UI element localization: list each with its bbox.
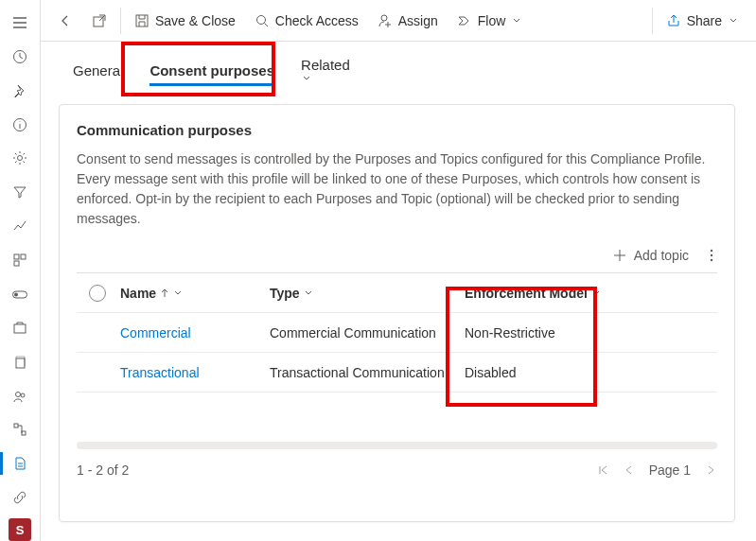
svg-point-7: [14, 292, 18, 296]
horizontal-scrollbar[interactable]: [77, 442, 717, 449]
card-description: Consent to send messages is controlled b…: [77, 149, 717, 229]
svg-point-11: [21, 393, 25, 397]
gear-icon[interactable]: [0, 142, 41, 176]
column-header-name[interactable]: Name: [118, 286, 270, 301]
tab-consent-purposes[interactable]: Consent purposes: [136, 47, 288, 92]
menu-icon[interactable]: [0, 6, 41, 40]
plus-icon: [613, 249, 626, 262]
svg-rect-3: [14, 254, 19, 259]
communication-purposes-card: Communication purposes Consent to send m…: [59, 104, 735, 522]
open-new-icon: [92, 13, 107, 28]
app-badge[interactable]: S: [9, 518, 31, 541]
check-access-icon: [255, 13, 270, 28]
table-row[interactable]: Commercial Commercial Communication Non-…: [77, 313, 717, 353]
svg-rect-13: [22, 431, 26, 435]
pager-status: 1 - 2 of 2: [77, 462, 129, 478]
first-page-button[interactable]: [596, 463, 609, 477]
svg-point-20: [711, 259, 712, 261]
type-cell: Transactional Communication: [270, 365, 465, 380]
chevron-down-icon: [591, 288, 601, 298]
prev-page-button[interactable]: [623, 463, 636, 477]
more-button[interactable]: [706, 244, 717, 267]
svg-rect-8: [14, 324, 26, 333]
add-topic-label: Add topic: [634, 248, 689, 263]
enforcement-cell: Non-Restrictive: [465, 325, 717, 340]
name-link[interactable]: Commercial: [120, 325, 191, 340]
assign-label: Assign: [398, 13, 438, 28]
funnel-icon[interactable]: [0, 175, 41, 209]
svg-rect-9: [16, 358, 25, 368]
svg-point-16: [256, 15, 265, 24]
svg-point-2: [18, 156, 23, 161]
check-access-button[interactable]: Check Access: [245, 0, 368, 42]
command-bar: Save & Close Check Access Assign Flow Sh…: [41, 0, 756, 42]
column-label: Enforcement Model: [465, 286, 588, 301]
svg-rect-4: [21, 254, 26, 259]
assign-icon: [378, 13, 393, 28]
chevron-down-icon: [301, 73, 356, 84]
column-label: Name: [120, 286, 156, 301]
save-close-button[interactable]: Save & Close: [125, 0, 245, 42]
share-button[interactable]: Share: [657, 0, 748, 42]
page-label: Page 1: [649, 462, 691, 478]
add-topic-button[interactable]: Add topic: [613, 248, 689, 263]
chevron-down-icon: [173, 288, 183, 298]
assign-button[interactable]: Assign: [368, 0, 448, 42]
copy-icon[interactable]: [0, 345, 41, 379]
name-link[interactable]: Transactional: [120, 365, 200, 380]
svg-point-17: [381, 15, 387, 21]
grid-icon[interactable]: [0, 243, 41, 277]
flow-icon: [457, 13, 472, 28]
chevron-down-icon: [728, 15, 739, 26]
svg-rect-12: [14, 424, 18, 428]
open-new-button[interactable]: [82, 0, 116, 42]
flow-button[interactable]: Flow: [448, 0, 533, 42]
share-label: Share: [687, 13, 722, 28]
svg-point-10: [16, 392, 21, 396]
purposes-grid: Name Type Enforcement Model Commercial C…: [77, 272, 717, 393]
select-all-checkbox[interactable]: [77, 285, 118, 302]
people-icon[interactable]: [0, 379, 41, 413]
info-icon[interactable]: [0, 108, 41, 142]
box-icon[interactable]: [0, 311, 41, 345]
save-close-icon: [134, 13, 149, 28]
sort-asc-icon: [160, 288, 169, 299]
arrow-left-icon: [58, 13, 73, 28]
chart-line-icon[interactable]: [0, 209, 41, 243]
toggle-icon[interactable]: [0, 277, 41, 311]
grid-header-row: Name Type Enforcement Model: [77, 273, 717, 313]
tabs-row: General Consent purposes Related: [41, 42, 756, 96]
separator: [120, 8, 121, 34]
connector-icon[interactable]: [0, 413, 41, 447]
clock-icon[interactable]: [0, 40, 41, 74]
table-row[interactable]: Transactional Transactional Communicatio…: [77, 353, 717, 393]
svg-rect-5: [14, 261, 19, 266]
pager: 1 - 2 of 2 Page 1: [77, 462, 717, 478]
topic-actions-row: Add topic: [77, 244, 717, 267]
type-cell: Commercial Communication: [270, 325, 465, 340]
share-icon: [666, 13, 681, 28]
next-page-button[interactable]: [704, 463, 717, 477]
svg-rect-15: [136, 15, 148, 26]
check-access-label: Check Access: [275, 13, 359, 28]
enforcement-cell: Disabled: [465, 365, 717, 380]
link-icon[interactable]: [0, 480, 41, 515]
chevron-down-icon: [304, 288, 313, 298]
left-nav-rail: S: [0, 0, 41, 541]
tab-general[interactable]: General: [60, 47, 136, 92]
separator: [652, 8, 653, 34]
tab-label: Related: [301, 57, 350, 73]
flow-label: Flow: [478, 13, 506, 28]
column-header-type[interactable]: Type: [270, 286, 465, 301]
tab-label: Consent purposes: [149, 62, 274, 79]
column-label: Type: [270, 286, 300, 301]
pin-icon[interactable]: [0, 74, 41, 108]
save-close-label: Save & Close: [155, 13, 236, 28]
svg-point-19: [711, 254, 712, 256]
tab-related[interactable]: Related: [288, 42, 369, 97]
svg-point-18: [711, 250, 712, 252]
document-icon[interactable]: [0, 446, 41, 480]
back-button[interactable]: [48, 0, 82, 42]
card-title: Communication purposes: [77, 122, 717, 138]
column-header-enforcement[interactable]: Enforcement Model: [465, 286, 717, 301]
